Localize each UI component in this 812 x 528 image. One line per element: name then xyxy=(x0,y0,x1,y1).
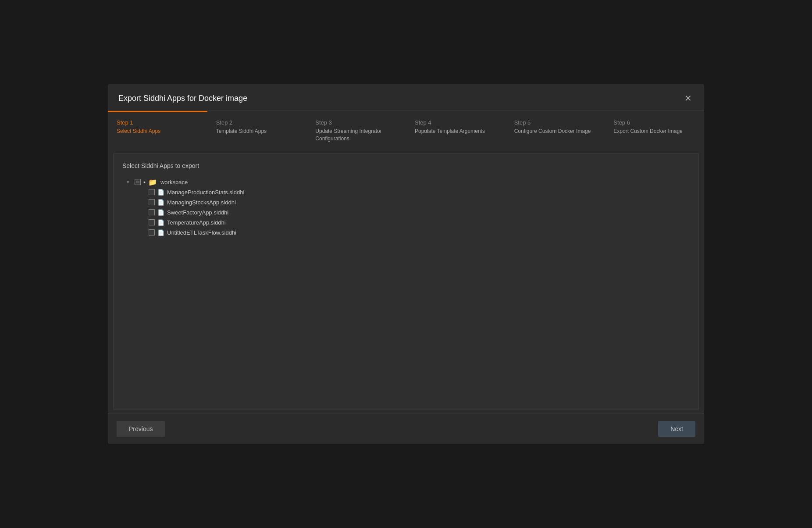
workspace-checkbox[interactable] xyxy=(135,179,141,185)
tree-children: 📄 ManageProductionStats.siddhi 📄 Managin… xyxy=(149,188,690,237)
file-doc-icon: 📄 xyxy=(157,219,164,226)
file-checkbox[interactable] xyxy=(149,209,155,215)
step-number-step5: Step 5 xyxy=(514,119,596,126)
workspace-label: workspace xyxy=(160,179,188,186)
content-title: Select Siddhi Apps to export xyxy=(122,162,690,169)
dialog-title: Export Siddhi Apps for Docker image xyxy=(118,94,247,103)
close-button[interactable]: ✕ xyxy=(683,92,694,104)
file-checkbox[interactable] xyxy=(149,219,155,225)
tree-file-item: 📄 ManagingStocksApp.siddhi xyxy=(149,198,690,207)
tree-file-item: 📄 TemperatureApp.siddhi xyxy=(149,218,690,227)
steps-bar: Step 1 Select Siddhi Apps Step 2 Templat… xyxy=(108,111,704,150)
step-number-step2: Step 2 xyxy=(216,119,298,126)
content-area: Select Siddhi Apps to export ▾ ▪ 📁 works… xyxy=(113,153,699,410)
file-name: SweetFactoryApp.siddhi xyxy=(167,209,228,216)
step-item-step2[interactable]: Step 2 Template Siddhi Apps xyxy=(207,111,307,150)
tree-file-item: 📄 ManageProductionStats.siddhi xyxy=(149,188,690,196)
file-name: UntitledETLTaskFlow.siddhi xyxy=(167,229,236,236)
file-checkbox[interactable] xyxy=(149,189,155,195)
next-button[interactable]: Next xyxy=(658,421,695,437)
step-item-step3[interactable]: Step 3 Update Streaming Integrator Confi… xyxy=(306,111,406,150)
file-name: ManageProductionStats.siddhi xyxy=(167,189,244,196)
file-doc-icon: 📄 xyxy=(157,209,164,216)
step-item-step6[interactable]: Step 6 Export Custom Docker Image xyxy=(605,111,704,150)
file-doc-icon: 📄 xyxy=(157,189,164,196)
file-doc-icon: 📄 xyxy=(157,199,164,206)
folder-icon: ▪ xyxy=(143,178,146,186)
step-number-step1: Step 1 xyxy=(117,119,199,126)
step-label-step3: Update Streaming Integrator Configuratio… xyxy=(315,128,397,143)
file-checkbox[interactable] xyxy=(149,229,155,235)
tree-toggle[interactable]: ▾ xyxy=(127,179,132,185)
step-item-step4[interactable]: Step 4 Populate Template Arguments xyxy=(406,111,506,150)
file-tree: ▾ ▪ 📁 workspace 📄 ManageProductionStats.… xyxy=(122,178,690,237)
step-label-step2: Template Siddhi Apps xyxy=(216,128,298,135)
file-checkbox[interactable] xyxy=(149,199,155,205)
step-number-step6: Step 6 xyxy=(613,119,695,126)
step-item-step1[interactable]: Step 1 Select Siddhi Apps xyxy=(108,111,207,150)
tree-file-item: 📄 UntitledETLTaskFlow.siddhi xyxy=(149,228,690,237)
step-item-step5[interactable]: Step 5 Configure Custom Docker Image xyxy=(506,111,605,150)
workspace-root: ▾ ▪ 📁 workspace xyxy=(127,178,690,186)
step-number-step4: Step 4 xyxy=(415,119,497,126)
file-doc-icon: 📄 xyxy=(157,229,164,236)
dialog-header: Export Siddhi Apps for Docker image ✕ xyxy=(108,84,704,111)
file-name: ManagingStocksApp.siddhi xyxy=(167,199,236,206)
step-label-step1: Select Siddhi Apps xyxy=(117,128,199,135)
tree-file-item: 📄 SweetFactoryApp.siddhi xyxy=(149,208,690,217)
folder-graphic-icon: 📁 xyxy=(148,178,157,186)
file-name: TemperatureApp.siddhi xyxy=(167,219,226,226)
step-label-step5: Configure Custom Docker Image xyxy=(514,128,596,135)
dialog-footer: Previous Next xyxy=(108,414,704,444)
export-dialog: Export Siddhi Apps for Docker image ✕ St… xyxy=(108,84,704,444)
step-label-step6: Export Custom Docker Image xyxy=(613,128,695,135)
previous-button[interactable]: Previous xyxy=(117,421,165,437)
step-label-step4: Populate Template Arguments xyxy=(415,128,497,135)
step-number-step3: Step 3 xyxy=(315,119,397,126)
